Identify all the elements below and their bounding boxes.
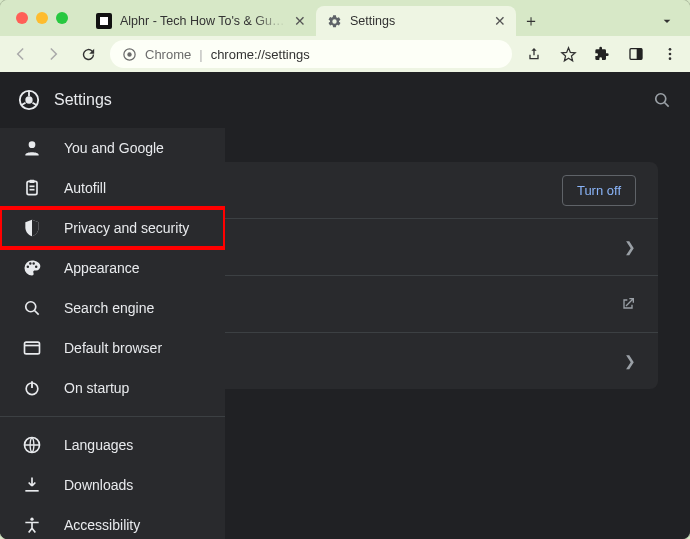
browser-window-icon: [22, 338, 42, 358]
chrome-logo-icon: [18, 89, 40, 111]
svg-point-18: [26, 302, 36, 312]
sidebar-item-label: Downloads: [64, 477, 133, 493]
address-bar[interactable]: Chrome | chrome://settings: [110, 40, 512, 68]
close-tab-icon[interactable]: ✕: [494, 13, 506, 29]
tab-title: Settings: [350, 14, 486, 28]
settings-sidebar[interactable]: You and Google Autofill Privacy and secu…: [0, 128, 225, 539]
person-icon: [22, 138, 42, 158]
svg-line-19: [35, 311, 39, 315]
clipboard-icon: [22, 178, 42, 198]
sidebar-item-accessibility[interactable]: Accessibility: [0, 505, 225, 539]
chevron-right-icon: ❯: [624, 353, 636, 369]
scheme-label: Chrome: [145, 47, 191, 62]
sidebar-item-appearance[interactable]: Appearance: [0, 248, 225, 288]
gear-icon: [326, 13, 342, 29]
sidebar-item-label: Languages: [64, 437, 133, 453]
sidebar-group-main: You and Google Autofill Privacy and secu…: [0, 128, 225, 408]
settings-header: Settings: [0, 72, 690, 128]
svg-point-10: [25, 96, 32, 103]
sidebar-item-downloads[interactable]: Downloads: [0, 465, 225, 505]
svg-rect-14: [27, 181, 37, 194]
chrome-scheme-icon: [122, 47, 137, 62]
sidebar-item-label: Privacy and security: [64, 220, 189, 236]
browser-window: Alphr - Tech How To's & Guides ✕ Setting…: [0, 0, 690, 539]
favicon-alphr: [96, 13, 112, 29]
sidebar-item-you-and-google[interactable]: You and Google: [0, 128, 225, 168]
download-icon: [22, 475, 42, 495]
turn-off-sync-button[interactable]: Turn off: [562, 175, 636, 206]
svg-rect-1: [100, 17, 108, 25]
search-icon: [22, 298, 42, 318]
tabs-dropdown-button[interactable]: [652, 6, 682, 36]
tab-alphr[interactable]: Alphr - Tech How To's & Guides ✕: [86, 6, 316, 36]
new-tab-button[interactable]: ＋: [516, 6, 546, 36]
url-text: chrome://settings: [211, 47, 310, 62]
sidebar-item-label: Accessibility: [64, 517, 140, 533]
sidebar-group-advanced: Languages Downloads Accessibility: [0, 416, 225, 539]
svg-point-7: [669, 53, 672, 56]
palette-icon: [22, 258, 42, 278]
open-in-new-icon: [620, 296, 636, 312]
svg-point-25: [30, 518, 33, 521]
sidebar-item-languages[interactable]: Languages: [0, 425, 225, 465]
close-tab-icon[interactable]: ✕: [294, 13, 306, 29]
sidebar-item-label: Search engine: [64, 300, 154, 316]
sidebar-item-label: On startup: [64, 380, 129, 396]
separator: |: [199, 47, 202, 62]
sidebar-item-search-engine[interactable]: Search engine: [0, 288, 225, 328]
sidebar-item-label: Appearance: [64, 260, 140, 276]
toolbar: Chrome | chrome://settings: [0, 36, 690, 72]
window-zoom-button[interactable]: [56, 12, 68, 24]
sidebar-item-default-browser[interactable]: Default browser: [0, 328, 225, 368]
power-icon: [22, 378, 42, 398]
svg-rect-5: [637, 49, 642, 60]
tab-settings[interactable]: Settings ✕: [316, 6, 516, 36]
globe-icon: [22, 435, 42, 455]
svg-point-8: [669, 57, 672, 60]
svg-point-13: [29, 141, 36, 148]
chrome-menu-button[interactable]: [658, 42, 682, 66]
window-close-button[interactable]: [16, 12, 28, 24]
back-button[interactable]: [8, 42, 32, 66]
bookmark-button[interactable]: [556, 42, 580, 66]
settings-title: Settings: [54, 91, 112, 109]
tab-strip: Alphr - Tech How To's & Guides ✕ Setting…: [0, 0, 690, 36]
sidebar-item-on-startup[interactable]: On startup: [0, 368, 225, 408]
window-minimize-button[interactable]: [36, 12, 48, 24]
shield-icon: [22, 218, 42, 238]
window-controls: [10, 0, 74, 36]
svg-point-3: [127, 52, 131, 56]
search-settings-button[interactable]: [652, 90, 672, 110]
tabs: Alphr - Tech How To's & Guides ✕ Setting…: [86, 0, 652, 36]
sidebar-item-privacy-and-security[interactable]: Privacy and security: [0, 208, 225, 248]
tab-title: Alphr - Tech How To's & Guides: [120, 14, 286, 28]
side-panel-button[interactable]: [624, 42, 648, 66]
svg-rect-15: [30, 180, 35, 183]
extensions-button[interactable]: [590, 42, 614, 66]
svg-point-11: [656, 94, 666, 104]
sidebar-item-label: Default browser: [64, 340, 162, 356]
forward-button[interactable]: [42, 42, 66, 66]
settings-page: Settings @gmail.com Turn off ❯: [0, 72, 690, 539]
svg-line-12: [665, 103, 669, 107]
chevron-right-icon: ❯: [624, 239, 636, 255]
svg-rect-20: [25, 342, 40, 354]
sidebar-item-label: You and Google: [64, 140, 164, 156]
sidebar-item-label: Autofill: [64, 180, 106, 196]
share-button[interactable]: [522, 42, 546, 66]
svg-point-6: [669, 48, 672, 51]
accessibility-icon: [22, 515, 42, 535]
sidebar-item-autofill[interactable]: Autofill: [0, 168, 225, 208]
reload-button[interactable]: [76, 42, 100, 66]
